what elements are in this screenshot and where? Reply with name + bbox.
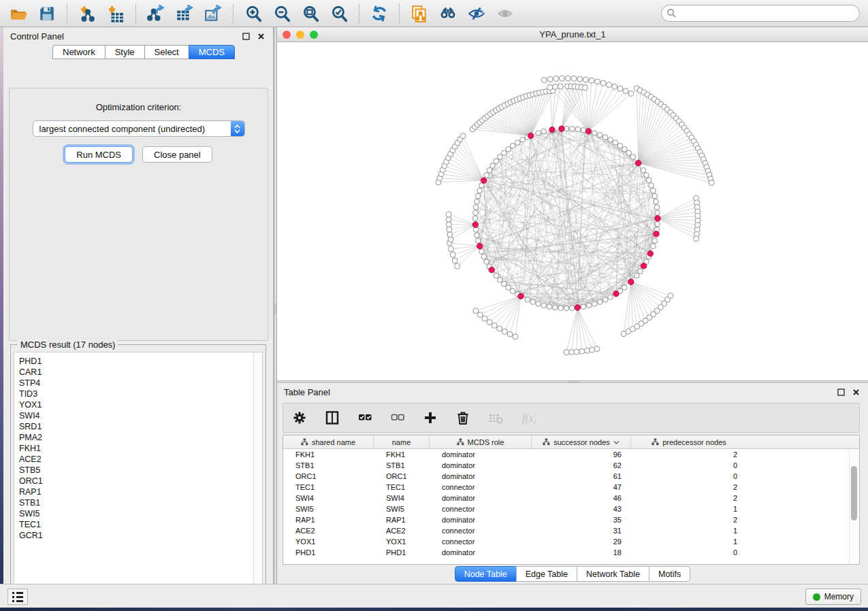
splitter-grip[interactable] <box>568 381 579 382</box>
table-row[interactable]: TEC1TEC1connector472 <box>283 482 859 493</box>
table-scrollbar[interactable] <box>849 450 858 564</box>
toolbar-separator <box>135 4 136 23</box>
cell: 2 <box>631 482 747 493</box>
table-row[interactable]: PHD1PHD1dominator180 <box>283 547 859 558</box>
tab-network[interactable]: Network <box>52 45 105 59</box>
mcds-result-item[interactable]: TID3 <box>19 389 262 399</box>
search-input[interactable] <box>661 5 860 22</box>
table-row[interactable]: YOX1YOX1connector291 <box>283 536 859 547</box>
table-row[interactable]: ACE2ACE2connector311 <box>283 525 859 536</box>
mcds-result-item[interactable]: FKH1 <box>19 443 262 454</box>
memory-button[interactable]: Memory <box>805 589 861 605</box>
column-header-predecessor-nodes[interactable]: predecessor nodes <box>631 435 747 448</box>
column-header-shared-name[interactable]: shared name <box>283 435 374 448</box>
run-mcds-button[interactable]: Run MCDS <box>65 146 133 163</box>
optimization-criterion-select[interactable]: largest connected component (undirected) <box>33 120 245 137</box>
zoom-in-button[interactable] <box>240 3 266 24</box>
close-panel-icon[interactable] <box>850 386 861 397</box>
find-button[interactable] <box>435 3 461 24</box>
delete-column-button[interactable] <box>453 408 472 428</box>
column-header-MCDS-role[interactable]: MCDS role <box>430 435 532 448</box>
mcds-list-scrollbar[interactable] <box>253 352 262 593</box>
table-row[interactable]: SWI4SWI4dominator462 <box>283 493 859 503</box>
export-table-button[interactable] <box>172 3 197 24</box>
new-network-from-selection-button[interactable] <box>406 3 432 24</box>
delete-table-button[interactable] <box>486 408 505 428</box>
hide-selected-button[interactable] <box>464 3 489 24</box>
tab-motifs[interactable]: Motifs <box>649 566 690 582</box>
splitter-grip[interactable] <box>274 303 276 314</box>
tab-style[interactable]: Style <box>105 45 144 59</box>
table-toolbar: f(x) <box>283 403 860 433</box>
mcds-result-item[interactable]: ORC1 <box>19 476 262 486</box>
import-network-button[interactable] <box>74 3 100 24</box>
show-hidden-button[interactable] <box>492 3 518 24</box>
import-table-button[interactable] <box>103 3 129 24</box>
mcds-result-title: MCDS result (17 nodes) <box>18 340 118 350</box>
cell: 62 <box>532 460 631 471</box>
table-settings-button[interactable] <box>290 408 309 428</box>
tab-node-table[interactable]: Node Table <box>455 566 516 582</box>
tab-edge-table[interactable]: Edge Table <box>516 566 577 582</box>
zoom-selected-button[interactable] <box>326 3 352 24</box>
table-row[interactable]: FKH1FKH1dominator962 <box>283 449 859 460</box>
mcds-result-item[interactable]: STP4 <box>19 378 262 389</box>
export-network-icon <box>147 5 165 22</box>
mcds-result-item[interactable]: RAP1 <box>19 486 262 497</box>
close-panel-button[interactable]: Close panel <box>142 146 212 163</box>
mcds-result-item[interactable]: GCR1 <box>19 530 262 541</box>
table-scrollbar-thumb[interactable] <box>851 466 857 521</box>
cell: PHD1 <box>283 547 374 558</box>
tab-select[interactable]: Select <box>144 45 189 59</box>
mcds-result-item[interactable]: STB5 <box>19 465 262 476</box>
mcds-result-item[interactable]: TEC1 <box>19 519 262 530</box>
cell: 18 <box>532 547 631 558</box>
status-menu-button[interactable] <box>7 589 28 605</box>
select-all-rows-button[interactable] <box>355 408 374 428</box>
float-panel-icon[interactable] <box>240 31 251 42</box>
export-table-icon <box>176 5 193 22</box>
table-row[interactable]: ORC1ORC1dominator610 <box>283 471 859 482</box>
float-panel-icon[interactable] <box>835 386 846 397</box>
mcds-result-list[interactable]: PHD1CAR1STP4TID3YOX1SWI4SRD1PMA2FKH1ACE2… <box>14 352 263 594</box>
control-panel: Control Panel NetworkStyleSelectMCDS Opt… <box>3 27 274 584</box>
zoom-fit-button[interactable] <box>298 3 323 24</box>
search-icon <box>666 8 677 18</box>
cell: TEC1 <box>283 482 374 493</box>
table-row[interactable]: SWI5SWI5connector431 <box>283 503 859 514</box>
mcds-result-item[interactable]: CAR1 <box>19 367 262 378</box>
zoom-out-button[interactable] <box>269 3 295 24</box>
zoom-fit-icon <box>302 5 319 22</box>
toolbar-separator <box>359 4 359 23</box>
control-panel-title: Control Panel <box>10 31 64 42</box>
binoculars-icon <box>439 5 457 22</box>
mcds-result-item[interactable]: SWI4 <box>19 410 262 421</box>
column-header-name[interactable]: name <box>374 435 430 448</box>
table-row[interactable]: STB1STB1dominator620 <box>283 460 859 471</box>
table-row[interactable]: RAP1RAP1dominator352 <box>283 514 859 525</box>
tab-network-table[interactable]: Network Table <box>577 566 649 582</box>
function-builder-button[interactable]: f(x) <box>519 408 538 428</box>
open-file-button[interactable] <box>5 3 31 24</box>
save-session-button[interactable] <box>34 3 60 24</box>
mcds-result-item[interactable]: SRD1 <box>19 421 262 432</box>
add-column-button[interactable] <box>421 408 440 428</box>
export-network-button[interactable] <box>143 3 169 24</box>
mcds-result-item[interactable]: STB1 <box>19 497 262 508</box>
mcds-result-item[interactable]: PMA2 <box>19 432 262 443</box>
refresh-button[interactable] <box>366 3 392 24</box>
column-header-successor-nodes[interactable]: successor nodes <box>532 435 631 448</box>
mcds-result-item[interactable]: SWI5 <box>19 508 262 519</box>
cell: SWI4 <box>283 493 374 503</box>
export-image-button[interactable] <box>200 3 226 24</box>
deselect-all-rows-button[interactable] <box>388 408 407 428</box>
mcds-result-item[interactable]: YOX1 <box>19 399 262 410</box>
close-panel-icon[interactable] <box>255 31 266 42</box>
network-view-canvas[interactable] <box>277 42 868 380</box>
tab-mcds[interactable]: MCDS <box>189 45 235 59</box>
mcds-result-item[interactable]: PHD1 <box>19 356 262 367</box>
hierarchy-sort-icon <box>652 438 659 446</box>
show-columns-button[interactable] <box>323 408 342 428</box>
mcds-result-item[interactable]: ACE2 <box>19 454 262 465</box>
network-window-titlebar[interactable]: YPA_prune.txt_1 <box>277 27 868 42</box>
